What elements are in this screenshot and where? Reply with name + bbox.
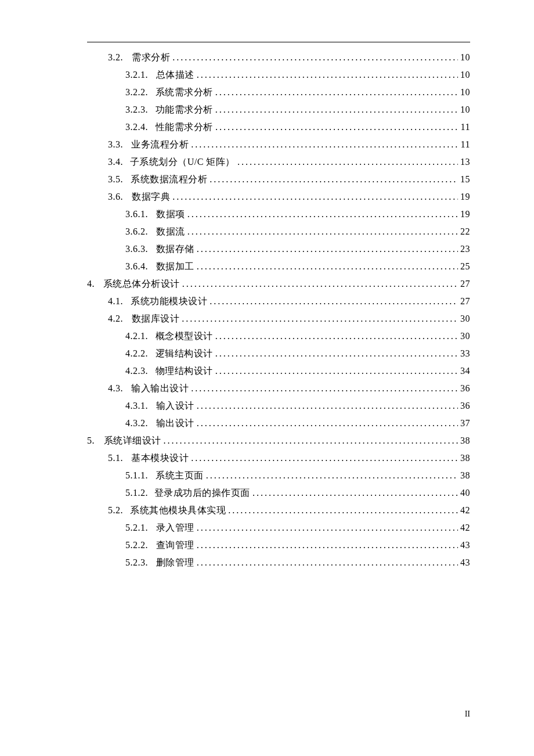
toc-leader-dots — [191, 451, 458, 465]
toc-leader-dots — [215, 85, 458, 99]
toc-entry-title: 系统主页面 — [156, 469, 204, 483]
toc-entry: 3.2.需求分析10 — [87, 51, 470, 64]
toc-entry: 3.6.1.数据项19 — [87, 207, 470, 221]
toc-entry-page: 10 — [460, 51, 470, 64]
toc-entry-page: 37 — [460, 416, 470, 430]
toc-entry: 5.1.1.系统主页面38 — [87, 469, 470, 483]
toc-leader-dots — [164, 434, 458, 448]
toc-entry: 3.6.2.数据流22 — [87, 225, 470, 239]
toc-entry-title: 系统其他模块具体实现 — [130, 503, 226, 517]
toc-leader-dots — [191, 138, 458, 152]
toc-entry-title: 功能需求分析 — [156, 103, 213, 117]
toc-entry-title: 系统数据流程分析 — [131, 172, 207, 186]
toc-entry-number: 5. — [87, 434, 95, 448]
toc-entry-title: 总体描述 — [156, 68, 194, 82]
toc-entry-number: 3.6.4. — [125, 260, 148, 273]
toc-entry-page: 36 — [460, 399, 470, 413]
toc-entry: 4.系统总体分析设计27 — [87, 277, 470, 291]
toc-leader-dots — [197, 556, 458, 570]
toc-leader-dots — [206, 469, 458, 483]
toc-leader-dots — [197, 242, 458, 256]
toc-entry-page: 22 — [460, 225, 470, 239]
toc-entry-number: 3.3. — [108, 138, 123, 152]
toc-entry-page: 40 — [460, 486, 470, 500]
toc-entry-title: 录入管理 — [156, 521, 194, 535]
toc-entry-title: 数据流 — [156, 225, 185, 239]
toc-leader-dots — [215, 329, 458, 343]
toc-entry: 3.5.系统数据流程分析15 — [87, 172, 470, 186]
toc-entry-title: 数据项 — [156, 207, 185, 221]
toc-entry: 5.2.1.录入管理42 — [87, 521, 470, 535]
toc-entry-title: 输入输出设计 — [131, 381, 189, 395]
toc-leader-dots — [191, 381, 458, 395]
toc-leader-dots — [237, 155, 458, 169]
toc-entry-page: 43 — [460, 556, 470, 570]
toc-entry-number: 3.6.1. — [125, 207, 148, 221]
toc-entry-title: 基本模块设计 — [131, 451, 189, 465]
toc-entry-title: 数据存储 — [156, 242, 194, 256]
toc-entry-number: 5.2.2. — [125, 538, 148, 552]
toc-entry-page: 34 — [460, 364, 470, 378]
toc-leader-dots — [252, 486, 458, 500]
toc-entry-title: 系统功能模块设计 — [131, 294, 207, 308]
toc-entry: 4.2.3.物理结构设计34 — [87, 364, 470, 378]
toc-leader-dots — [210, 294, 458, 308]
toc-entry-page: 11 — [461, 138, 470, 152]
toc-entry: 5.2.系统其他模块具体实现42 — [87, 503, 470, 517]
toc-entry-number: 3.4. — [108, 155, 123, 169]
toc-entry-number: 5.1.1. — [125, 469, 148, 483]
toc-entry-page: 33 — [460, 347, 470, 361]
toc-entry-title: 物理结构设计 — [156, 364, 213, 378]
document-page: 3.2.需求分析103.2.1.总体描述103.2.2.系统需求分析103.2.… — [0, 0, 534, 756]
toc-entry-title: 删除管理 — [156, 556, 194, 570]
toc-entry-page: 10 — [460, 103, 470, 117]
toc-entry: 3.2.2.系统需求分析10 — [87, 85, 470, 99]
toc-entry: 3.6.数据字典19 — [87, 190, 470, 204]
toc-leader-dots — [197, 538, 458, 552]
toc-entry-title: 需求分析 — [132, 51, 170, 64]
toc-entry: 5.2.2.查询管理43 — [87, 538, 470, 552]
toc-entry-page: 36 — [460, 381, 470, 395]
toc-entry-page: 19 — [460, 207, 470, 221]
toc-entry-number: 5.2.3. — [125, 556, 148, 570]
toc-entry-number: 3.6.2. — [125, 225, 148, 239]
toc-entry-title: 数据库设计 — [132, 312, 180, 326]
toc-entry-page: 11 — [461, 120, 470, 134]
toc-entry-title: 概念模型设计 — [156, 329, 213, 343]
toc-entry-number: 3.2.2. — [125, 85, 148, 99]
toc-entry-title: 系统需求分析 — [156, 85, 213, 99]
toc-leader-dots — [215, 347, 458, 361]
toc-entry-page: 30 — [460, 312, 470, 326]
toc-entry-number: 5.2. — [108, 503, 123, 517]
toc-entry: 4.2.数据库设计30 — [87, 312, 470, 326]
toc-entry-page: 38 — [460, 469, 470, 483]
toc-entry-number: 4.3.2. — [125, 416, 148, 430]
toc-entry: 4.3.2.输出设计37 — [87, 416, 470, 430]
toc-entry-page: 19 — [460, 190, 470, 204]
toc-entry: 5.1.2.登录成功后的操作页面40 — [87, 486, 470, 500]
toc-leader-dots — [197, 416, 458, 430]
toc-entry: 3.6.3.数据存储23 — [87, 242, 470, 256]
toc-entry-number: 4.3.1. — [125, 399, 148, 413]
toc-entry-page: 27 — [460, 277, 470, 291]
toc-entry-number: 4.1. — [108, 294, 123, 308]
toc-entry-number: 4.3. — [108, 381, 123, 395]
table-of-contents: 3.2.需求分析103.2.1.总体描述103.2.2.系统需求分析103.2.… — [87, 51, 470, 570]
toc-entry-number: 3.2. — [108, 51, 123, 64]
toc-entry-title: 输入设计 — [156, 399, 194, 413]
toc-entry: 4.1.系统功能模块设计27 — [87, 294, 470, 308]
toc-entry-number: 3.2.3. — [125, 103, 148, 117]
toc-entry-number: 5.1.2. — [125, 486, 148, 500]
toc-entry-number: 5.1. — [108, 451, 123, 465]
toc-entry-page: 25 — [460, 260, 470, 273]
toc-entry: 3.4.子系统划分（U/C 矩阵）13 — [87, 155, 470, 169]
toc-entry: 4.2.1.概念模型设计30 — [87, 329, 470, 343]
toc-entry-number: 4.2.2. — [125, 347, 148, 361]
toc-entry: 3.6.4.数据加工25 — [87, 260, 470, 273]
toc-entry-title: 性能需求分析 — [156, 120, 213, 134]
toc-entry-page: 15 — [460, 172, 470, 186]
toc-leader-dots — [197, 260, 458, 273]
toc-entry-title: 输出设计 — [156, 416, 194, 430]
toc-entry-number: 3.2.4. — [125, 120, 148, 134]
toc-entry-page: 38 — [460, 451, 470, 465]
